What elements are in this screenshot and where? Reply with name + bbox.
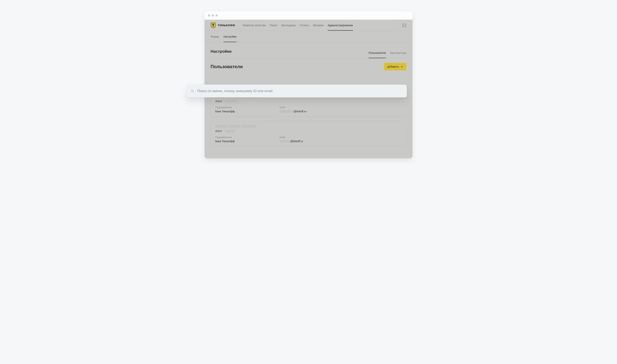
search-icon xyxy=(191,89,194,93)
svg-line-3 xyxy=(193,91,194,92)
department-value: Банк Тинькофф xyxy=(215,110,257,113)
tab-users[interactable]: Пользователи xyxy=(369,49,386,58)
redacted-name xyxy=(215,125,227,128)
user-role: Агент xyxy=(215,130,222,132)
department-label: Подразделение xyxy=(215,106,257,109)
settings-tabs: Пользователи Оргструктура xyxy=(369,49,406,58)
traffic-light-minimize[interactable] xyxy=(212,14,214,17)
search-input[interactable] xyxy=(197,89,403,93)
traffic-light-close[interactable] xyxy=(208,14,210,17)
window-titlebar xyxy=(205,11,412,20)
nav-quality[interactable]: Развитие качества xyxy=(243,20,266,31)
user-menu-toggle[interactable] xyxy=(402,23,406,27)
redacted-name xyxy=(229,125,241,128)
dot-separator: · xyxy=(223,130,224,132)
brand-logo[interactable]: ТИНЬКОФФ xyxy=(211,22,235,28)
nav-admin[interactable]: Администрирование xyxy=(328,20,353,31)
nav-search[interactable]: Поиск xyxy=(270,20,277,31)
email-label: Email xyxy=(280,136,321,139)
chevron-down-icon xyxy=(401,66,403,68)
redacted-login xyxy=(225,130,234,132)
add-user-button[interactable]: Добавить xyxy=(384,63,406,70)
redacted-name xyxy=(243,125,256,128)
department-label: Подразделение xyxy=(215,136,257,139)
primary-nav: ТИНЬКОФФ Развитие качества Поиск Автооце… xyxy=(205,20,412,31)
user-details: Подразделение Банк Тинькофф Email @tinko… xyxy=(215,136,402,143)
redacted-login xyxy=(225,100,238,102)
search-bar[interactable] xyxy=(187,85,407,97)
email-domain: @tinkoff.ru xyxy=(290,140,303,143)
svg-rect-1 xyxy=(213,24,214,26)
user-role-row: Агент · xyxy=(215,100,402,103)
chevron-down-icon xyxy=(403,24,405,26)
primary-nav-links: Развитие качества Поиск Автооценка Отчет… xyxy=(243,20,399,31)
settings-header-row: Настройки Пользователи Оргструктура xyxy=(211,42,406,58)
user-card[interactable]: Агент · Подразделение Банк Тинькофф Emai… xyxy=(211,121,406,147)
nav-metrics[interactable]: Метрики xyxy=(313,20,323,31)
user-details: Подразделение Банк Тинькофф Email @tinko… xyxy=(215,106,402,113)
svg-point-2 xyxy=(191,90,193,92)
nav-divider xyxy=(399,23,400,27)
dot-separator: · xyxy=(223,100,224,103)
user-role-row: Агент · xyxy=(215,130,402,132)
email-domain: @tinkoff.ru xyxy=(294,110,306,113)
email-value: @tinkoff.ru xyxy=(280,110,321,113)
content-area: Настройки Пользователи Оргструктура Поль… xyxy=(205,42,412,158)
nav-autoeval[interactable]: Автооценка xyxy=(281,20,296,31)
email-value: @tinkoff.ru xyxy=(280,140,321,143)
user-name-row xyxy=(215,125,402,128)
subnav-settings[interactable]: Настройки xyxy=(223,31,236,42)
tab-orgstructure[interactable]: Оргструктура xyxy=(390,49,406,58)
section-title: Пользователи xyxy=(211,64,243,69)
secondary-nav: Формы Настройки xyxy=(205,31,412,42)
nav-right xyxy=(399,23,406,27)
brand-name: ТИНЬКОФФ xyxy=(218,24,235,27)
department-value: Банк Тинькофф xyxy=(215,140,257,143)
traffic-light-zoom[interactable] xyxy=(216,14,218,17)
page-title: Настройки xyxy=(211,49,232,58)
redacted-email-local xyxy=(280,140,289,142)
shield-icon xyxy=(211,22,216,28)
subnav-forms[interactable]: Формы xyxy=(211,31,219,42)
nav-reports[interactable]: Отчеты xyxy=(300,20,309,31)
users-header-row: Пользователи Добавить xyxy=(211,58,406,70)
redacted-email-local xyxy=(280,110,293,113)
add-user-button-label: Добавить xyxy=(387,65,399,68)
user-role: Агент xyxy=(215,100,222,103)
email-label: Email xyxy=(280,106,321,109)
